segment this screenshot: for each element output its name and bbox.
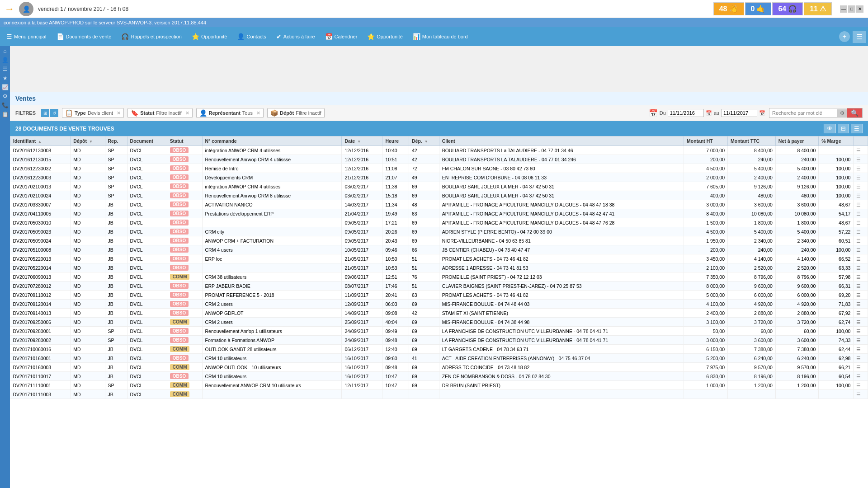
filter-representant-remove[interactable]: ✕ (256, 110, 260, 116)
row-menu-icon[interactable]: ☰ (856, 356, 861, 361)
table-cell[interactable]: OBSO (167, 245, 202, 254)
counter-11[interactable]: 11 ⚠ (804, 2, 832, 15)
counter-64[interactable]: 64 🎧 (772, 2, 803, 15)
row-menu-icon[interactable]: ☰ (856, 347, 861, 352)
nav-item-opportunite-1[interactable]: ⭐ Opportunité (187, 31, 231, 42)
date-from-calendar-icon[interactable]: 📅 (706, 110, 712, 116)
date-to-input[interactable] (721, 109, 757, 117)
search-settings-button[interactable]: ⚙ (837, 109, 847, 117)
table-cell[interactable]: OBSO (167, 236, 202, 245)
row-menu-icon[interactable]: ☰ (856, 328, 861, 334)
table-cell[interactable]: OBSO (167, 263, 202, 272)
nav-item-tableau-bord[interactable]: 📊 Mon tableau de bord (408, 31, 472, 42)
col-client[interactable]: Client (439, 136, 684, 146)
sidebar-phone-icon[interactable]: 📞 (2, 102, 9, 108)
table-cell[interactable]: OBSO (167, 300, 202, 309)
table-cell[interactable]: OBSO (167, 354, 202, 363)
table-cell[interactable]: COMM (167, 390, 202, 399)
table-cell[interactable]: OBSO (167, 254, 202, 263)
view-eye-button[interactable]: 👁 (824, 124, 836, 133)
row-menu-icon[interactable]: ☰ (856, 229, 861, 235)
data-table-wrapper[interactable]: Identifiant ▲ Dépôt ▼ Rep. Document Stat… (10, 136, 868, 488)
nav-item-rappels[interactable]: 🎧 Rappels et prospection (117, 31, 186, 42)
col-commande[interactable]: N° commande (202, 136, 342, 146)
table-cell[interactable]: OBSO (167, 182, 202, 191)
col-identifiant[interactable]: Identifiant ▲ (10, 136, 71, 146)
table-cell[interactable]: OBSO (167, 164, 202, 173)
table-cell[interactable]: OBSO (167, 209, 202, 218)
col-montant-ttc[interactable]: Montant TTC (728, 136, 776, 146)
col-heure[interactable]: Heure (382, 136, 409, 146)
sidebar-home-icon[interactable]: ⌂ (3, 48, 6, 54)
nav-item-calendrier[interactable]: 📅 Calendrier (321, 31, 362, 42)
sidebar-toggle-button[interactable]: ☰ (853, 31, 866, 43)
table-cell[interactable]: OBSO (167, 327, 202, 336)
row-menu-icon[interactable]: ☰ (856, 175, 861, 180)
nav-item-documents-vente[interactable]: 📄 Documents de vente (52, 31, 116, 42)
sidebar-star-icon[interactable]: ★ (3, 75, 8, 81)
table-cell[interactable]: OBSO (167, 227, 202, 236)
col-montant-ht[interactable]: Montant HT (684, 136, 727, 146)
table-cell[interactable]: COMM (167, 363, 202, 372)
col-marge[interactable]: % Marge (819, 136, 854, 146)
filter-statut-remove[interactable]: ✕ (185, 110, 189, 116)
table-cell[interactable]: COMM (167, 381, 202, 390)
nav-item-actions[interactable]: ✔ Actions à faire (272, 31, 320, 42)
sidebar-docs-icon[interactable]: 📋 (2, 111, 9, 117)
maximize-button[interactable]: □ (848, 5, 855, 13)
view-list-button[interactable]: ☰ (851, 124, 863, 133)
col-rep[interactable]: Rep. (105, 136, 127, 146)
row-menu-icon[interactable]: ☰ (856, 383, 861, 388)
row-menu-icon[interactable]: ☰ (856, 211, 861, 216)
row-menu-icon[interactable]: ☰ (856, 166, 861, 171)
nav-item-contacts[interactable]: 👤 Contacts (232, 31, 270, 42)
table-cell[interactable]: COMM (167, 272, 202, 282)
sidebar-chart-icon[interactable]: 📈 (2, 84, 9, 90)
col-document[interactable]: Document (127, 136, 167, 146)
row-menu-icon[interactable]: ☰ (856, 220, 861, 225)
date-to-calendar-icon[interactable]: 📅 (759, 110, 765, 116)
user-avatar[interactable]: 👤 (19, 2, 33, 16)
row-menu-icon[interactable]: ☰ (856, 265, 861, 271)
sidebar-user-icon[interactable]: 👤 (2, 57, 9, 63)
search-button[interactable]: 🔍 (847, 108, 862, 117)
table-cell[interactable]: OBSO (167, 282, 202, 291)
filter-refresh-icon[interactable]: ↺ (50, 109, 58, 117)
counter-0[interactable]: 0 🤙 (745, 2, 772, 15)
col-dep[interactable]: Dép. ▼ (409, 136, 439, 146)
row-menu-icon[interactable]: ☰ (856, 392, 861, 397)
table-cell[interactable]: OBSO (167, 200, 202, 209)
row-menu-icon[interactable]: ☰ (856, 365, 861, 370)
minimize-button[interactable]: — (840, 5, 847, 13)
filter-grid-icon[interactable]: ⊞ (41, 109, 49, 117)
view-grid-button[interactable]: ⊟ (838, 124, 849, 133)
row-menu-icon[interactable]: ☰ (856, 157, 861, 162)
table-cell[interactable]: OBSO (167, 155, 202, 164)
row-menu-icon[interactable]: ☰ (856, 193, 861, 198)
nav-item-opportunite-2[interactable]: ⭐ Opportunité (363, 31, 407, 42)
row-menu-icon[interactable]: ☰ (856, 247, 861, 253)
table-cell[interactable]: COMM (167, 345, 202, 354)
counter-48[interactable]: 48 👋 (713, 2, 744, 15)
table-cell[interactable]: COMM (167, 318, 202, 327)
row-menu-icon[interactable]: ☰ (856, 238, 861, 244)
row-menu-icon[interactable]: ☰ (856, 319, 861, 325)
add-nav-button[interactable]: + (839, 31, 850, 42)
row-menu-icon[interactable]: ☰ (856, 338, 861, 343)
col-date[interactable]: Date ▼ (342, 136, 382, 146)
table-cell[interactable]: OBSO (167, 309, 202, 318)
search-input[interactable] (769, 109, 837, 117)
row-menu-icon[interactable]: ☰ (856, 202, 861, 207)
row-menu-icon[interactable]: ☰ (856, 148, 861, 153)
row-menu-icon[interactable]: ☰ (856, 292, 861, 298)
nav-item-menu-principal[interactable]: ☰ Menu principal (2, 31, 51, 42)
col-depot[interactable]: Dépôt ▼ (71, 136, 105, 146)
sidebar-list-icon[interactable]: ☰ (3, 66, 8, 72)
table-cell[interactable]: OBSO (167, 173, 202, 182)
row-menu-icon[interactable]: ☰ (856, 310, 861, 316)
table-cell[interactable]: OBSO (167, 291, 202, 300)
row-menu-icon[interactable]: ☰ (856, 274, 861, 280)
row-menu-icon[interactable]: ☰ (856, 283, 861, 289)
row-menu-icon[interactable]: ☰ (856, 256, 861, 262)
col-net-payer[interactable]: Net à payer (775, 136, 818, 146)
